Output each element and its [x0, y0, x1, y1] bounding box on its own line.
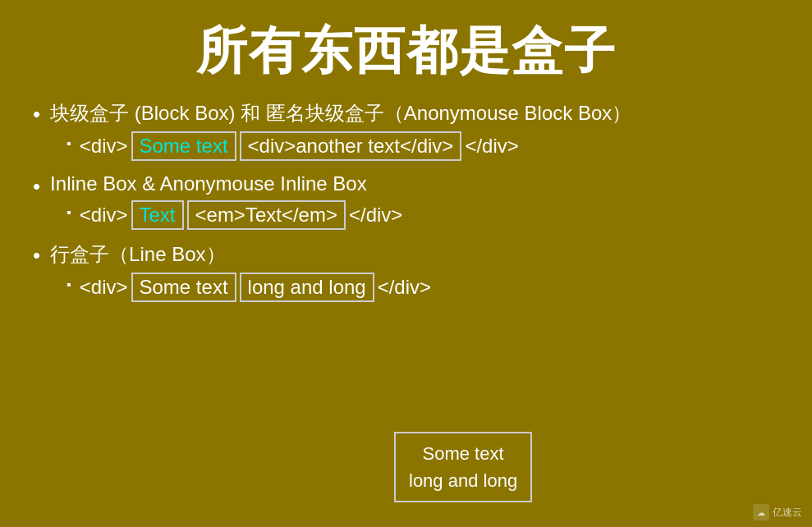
box-text-2: Text: [131, 200, 184, 230]
sub-list-1: ▪ <div> Some text <div>another text</div…: [50, 131, 779, 161]
bullet-label-3: 行盒子（Line Box）: [50, 243, 225, 265]
watermark-text: 亿速云: [773, 506, 802, 520]
bullet-dot-1: •: [33, 102, 40, 127]
box-some-text-1: Some text: [131, 131, 236, 161]
line-box-demo: Some text long and long: [394, 432, 532, 502]
sub-prefix-1: <div>: [80, 135, 128, 158]
sub-suffix-1: </div>: [465, 135, 518, 158]
sub-bullet-3: ▪: [67, 277, 71, 292]
line-box-line2: long and long: [409, 467, 517, 494]
sub-bullet-1: ▪: [67, 136, 71, 151]
sub-prefix-2: <div>: [80, 204, 128, 227]
sub-suffix-3: </div>: [378, 276, 431, 299]
box-another-text: <div>another text</div>: [240, 131, 462, 161]
bullet-item-1: • 块级盒子 (Block Box) 和 匿名块级盒子（Anonymouse B…: [33, 100, 779, 166]
sub-text-1: <div> Some text <div>another text</div> …: [80, 131, 519, 161]
bullet-item-3: • 行盒子（Line Box） ▪ <div> Some text long a…: [33, 241, 779, 307]
main-list: • 块级盒子 (Block Box) 和 匿名块级盒子（Anonymouse B…: [33, 100, 779, 307]
slide: 所有东西都是盒子 • 块级盒子 (Block Box) 和 匿名块级盒子（Ano…: [0, 0, 812, 527]
bullet-label-2: Inline Box & Anonymouse Inline Box: [50, 172, 367, 195]
sub-suffix-2: </div>: [349, 204, 402, 227]
sub-bullet-2: ▪: [67, 205, 71, 220]
box-em-text: <em>Text</em>: [187, 200, 346, 230]
sub-list-3: ▪ <div> Some text long and long </div>: [50, 273, 779, 302]
bullet-text-2: Inline Box & Anonymouse Inline Box ▪ <di…: [50, 172, 779, 235]
line-box-line1: Some text: [409, 440, 517, 467]
bullet-text-3: 行盒子（Line Box） ▪ <div> Some text long and…: [50, 241, 779, 307]
bullet-dot-3: •: [33, 243, 40, 268]
bullet-label-1: 块级盒子 (Block Box) 和 匿名块级盒子（Anonymouse Blo…: [50, 102, 631, 124]
sub-text-2: <div> Text <em>Text</em> </div>: [80, 200, 403, 230]
bullet-item-2: • Inline Box & Anonymouse Inline Box ▪ <…: [33, 172, 779, 235]
sub-prefix-3: <div>: [80, 276, 128, 299]
sub-item-1: ▪ <div> Some text <div>another text</div…: [67, 131, 779, 161]
slide-title: 所有东西都是盒子: [33, 16, 779, 85]
bullet-text-1: 块级盒子 (Block Box) 和 匿名块级盒子（Anonymouse Blo…: [50, 100, 779, 166]
sub-item-2: ▪ <div> Text <em>Text</em> </div>: [67, 200, 779, 230]
bullet-dot-2: •: [33, 174, 40, 199]
sub-list-2: ▪ <div> Text <em>Text</em> </div>: [50, 200, 779, 230]
box-long-text: long and long: [240, 273, 374, 302]
watermark: ☁ 亿速云: [753, 504, 802, 520]
sub-item-3: ▪ <div> Some text long and long </div>: [67, 273, 779, 302]
box-some-text-3: Some text: [131, 273, 236, 302]
sub-text-3: <div> Some text long and long </div>: [80, 273, 431, 302]
watermark-icon: ☁: [753, 504, 769, 520]
